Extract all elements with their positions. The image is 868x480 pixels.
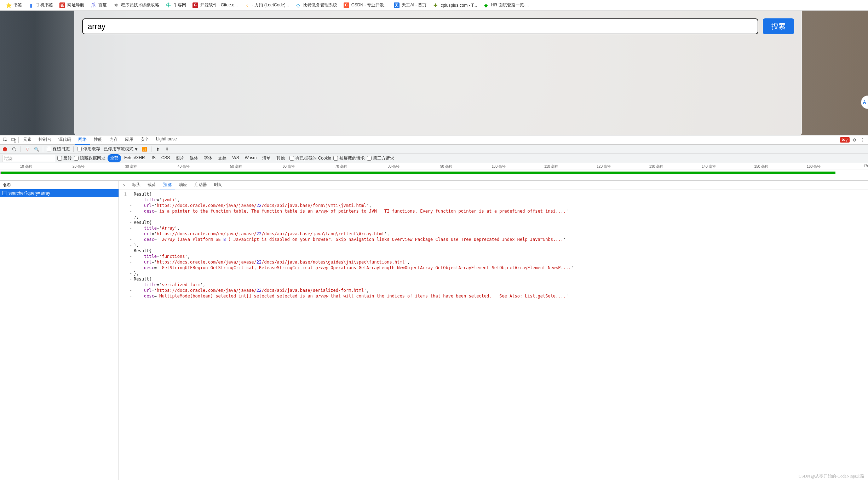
bookmark-label: 百度 xyxy=(98,2,107,8)
bookmark-item[interactable]: ‹- 力扣 (LeetCode)... xyxy=(241,1,292,9)
preview-line: - url='https://docs.oracle.com/en/java/j… xyxy=(119,203,868,208)
filter-type[interactable]: 图片 xyxy=(173,154,186,162)
detail-tab[interactable]: 时间 xyxy=(211,181,226,190)
error-badge[interactable]: ✖7 xyxy=(840,137,850,143)
preview-line: - url='https://docs.oracle.com/en/java/j… xyxy=(119,259,868,265)
blocked-cookie-checkbox[interactable]: 有已拦截的 Cookie xyxy=(289,155,331,161)
timeline-tick: 60 毫秒 xyxy=(283,164,295,169)
preview-line: -Result{ xyxy=(119,220,868,225)
filter-type[interactable]: 其他 xyxy=(274,154,287,162)
bookmark-icon: 爪 xyxy=(91,2,96,8)
devtools-tab[interactable]: 控制台 xyxy=(35,135,55,145)
detail-tab[interactable]: 标头 xyxy=(128,181,144,190)
filter-icon[interactable]: ▽ xyxy=(24,146,30,152)
detail-tab[interactable]: 预览 xyxy=(160,181,175,190)
bookmark-item[interactable]: 牛牛客网 xyxy=(163,1,189,9)
filter-type[interactable]: 文档 xyxy=(215,154,229,162)
devtools-tab[interactable]: 网络 xyxy=(75,135,90,145)
detail-tab[interactable]: 载荷 xyxy=(144,181,160,190)
devtools: 元素控制台源代码网络性能内存应用安全Lighthouse ✖7 ⚙ ⋮ ▽ 🔍 … xyxy=(0,135,868,480)
device-icon[interactable] xyxy=(10,136,18,144)
filter-input[interactable] xyxy=(2,155,55,162)
clear-icon[interactable] xyxy=(11,146,17,152)
preview-line: - url='https://docs.oracle.com/en/java/j… xyxy=(119,288,868,293)
timeline-tick: 90 毫秒 xyxy=(440,164,452,169)
devtools-tab[interactable]: 元素 xyxy=(19,135,35,145)
more-icon[interactable]: ⋮ xyxy=(859,136,867,144)
bookmark-item[interactable]: ⚛程序员技术练级攻略 xyxy=(110,1,162,9)
disable-cache-checkbox[interactable]: 停用缓存 xyxy=(77,146,100,152)
wifi-icon[interactable]: 📶 xyxy=(142,146,148,152)
bookmark-item[interactable]: 爪百度 xyxy=(88,1,110,9)
preview-line: - desc=' GetStringUTFRegion GetStringCri… xyxy=(119,265,868,271)
preview-pane[interactable]: 1Result{- title='jvmti',- url='https://d… xyxy=(119,190,868,480)
throttle-select[interactable]: 已停用节流模式 ▼ xyxy=(104,146,138,152)
filter-type[interactable]: JS xyxy=(148,154,158,162)
settings-icon[interactable]: ⚙ xyxy=(850,136,858,144)
bookmark-label: 牛客网 xyxy=(173,2,186,8)
devtools-tab[interactable]: 源代码 xyxy=(55,135,75,145)
download-icon[interactable]: ⬇ xyxy=(164,146,170,152)
bookmark-item[interactable]: CCSDN - 专业开发... xyxy=(341,1,391,9)
bookmarks-bar: ⭐书签▮手机书签狐网址导航爪百度⚛程序员技术练级攻略牛牛客网G开源软件 · Gi… xyxy=(0,0,868,11)
timeline-tick: 140 毫秒 xyxy=(702,164,715,169)
bookmark-icon: 狐 xyxy=(59,2,65,8)
filter-type[interactable]: WS xyxy=(230,154,241,162)
filter-type[interactable]: 全部 xyxy=(108,154,121,162)
bookmark-icon: ‹ xyxy=(244,2,250,8)
search-icon[interactable]: 🔍 xyxy=(34,146,39,152)
hide-data-checkbox[interactable]: 隐藏数据网址 xyxy=(74,155,105,161)
bookmark-icon: ⚛ xyxy=(113,2,119,8)
invert-checkbox[interactable]: 反转 xyxy=(57,155,72,161)
bookmark-item[interactable]: ◆HR 面试套路一览-... xyxy=(481,1,532,9)
timeline-tick: 160 毫秒 xyxy=(807,164,821,169)
devtools-tab[interactable]: 性能 xyxy=(90,135,106,145)
detail-tab[interactable]: 启动器 xyxy=(191,181,211,190)
bookmark-item[interactable]: ▮手机书签 xyxy=(25,1,56,9)
upload-icon[interactable]: ⬆ xyxy=(155,146,161,152)
blocked-req-checkbox[interactable]: 被屏蔽的请求 xyxy=(333,155,365,161)
bookmark-item[interactable]: ⭐书签 xyxy=(3,1,25,9)
preview-line: - title='serialized-form', xyxy=(119,282,868,288)
filter-type[interactable]: 媒体 xyxy=(187,154,201,162)
filter-bar: 反转 隐藏数据网址 全部Fetch/XHRJSCSS图片媒体字体文档WSWasm… xyxy=(0,154,868,163)
close-icon[interactable]: × xyxy=(120,181,128,190)
devtools-tab[interactable]: Lighthouse xyxy=(153,135,180,145)
devtools-tab[interactable]: 安全 xyxy=(137,135,153,145)
watermark: CSDN @从零开始的-CodeNinja之路 xyxy=(799,473,864,479)
bookmark-item[interactable]: G开源软件 · Gitee.c... xyxy=(190,1,241,9)
preview-line: -Result{ xyxy=(119,248,868,254)
preview-line: - title='jvmti', xyxy=(119,197,868,203)
request-row[interactable]: searcher?query=array xyxy=(0,189,119,197)
preview-line: -Result{ xyxy=(119,276,868,282)
timeline-tick: 120 毫秒 xyxy=(597,164,610,169)
preserve-log-checkbox[interactable]: 保留日志 xyxy=(47,146,70,152)
svg-line-4 xyxy=(13,148,16,151)
timeline-tick: 170 xyxy=(863,164,868,168)
name-column-header[interactable]: 名称 xyxy=(0,181,119,189)
devtools-tab[interactable]: 内存 xyxy=(106,135,121,145)
bookmark-item[interactable]: ◇比特教务管理系统 xyxy=(293,1,340,9)
float-badge[interactable]: A xyxy=(861,96,868,109)
bookmark-item[interactable]: ✚cplusplus.com - T... xyxy=(430,1,479,9)
search-input[interactable] xyxy=(82,18,758,34)
devtools-tab[interactable]: 应用 xyxy=(121,135,137,145)
bookmark-item[interactable]: 狐网址导航 xyxy=(57,1,87,9)
filter-type[interactable]: Fetch/XHR xyxy=(122,154,148,162)
inspect-icon[interactable] xyxy=(1,136,9,144)
third-party-checkbox[interactable]: 第三方请求 xyxy=(367,155,394,161)
filter-type[interactable]: 字体 xyxy=(201,154,215,162)
devtools-tabs: 元素控制台源代码网络性能内存应用安全Lighthouse ✖7 ⚙ ⋮ xyxy=(0,135,868,145)
filter-type[interactable]: 清单 xyxy=(260,154,273,162)
detail-panel: × 标头载荷预览响应启动器时间 1Result{- title='jvmti',… xyxy=(119,181,868,480)
timeline[interactable]: 10 毫秒20 毫秒30 毫秒40 毫秒50 毫秒60 毫秒70 毫秒80 毫秒… xyxy=(0,163,868,181)
filter-type[interactable]: Wasm xyxy=(242,154,259,162)
search-button[interactable]: 搜索 xyxy=(763,18,794,34)
preview-line: -}, xyxy=(119,214,868,220)
filter-type[interactable]: CSS xyxy=(159,154,173,162)
timeline-tick: 100 毫秒 xyxy=(492,164,506,169)
record-icon[interactable] xyxy=(2,146,8,152)
timeline-tick: 130 毫秒 xyxy=(649,164,663,169)
bookmark-item[interactable]: 天天工AI - 首页 xyxy=(391,1,429,9)
detail-tab[interactable]: 响应 xyxy=(175,181,191,190)
